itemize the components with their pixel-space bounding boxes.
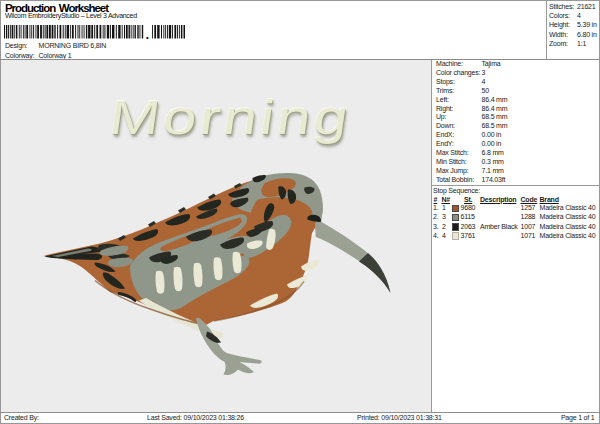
svg-text:,: , <box>146 27 150 39</box>
